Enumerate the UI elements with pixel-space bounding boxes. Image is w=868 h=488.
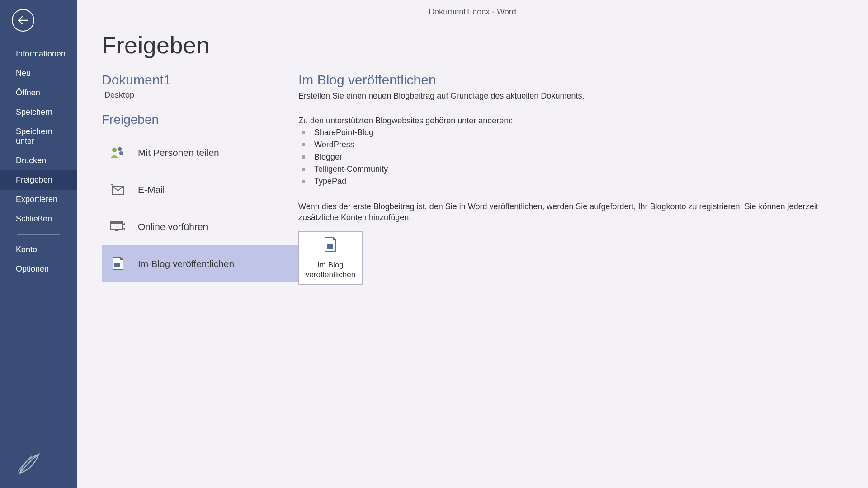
- blog-icon: [109, 255, 126, 272]
- document-title: Dokument1: [102, 72, 298, 88]
- page-title: Freigeben: [102, 32, 868, 59]
- sidebar-item-drucken[interactable]: Drucken: [0, 151, 77, 170]
- sidebar-divider: [17, 234, 60, 235]
- share-people-item[interactable]: Mit Personen teilen: [102, 134, 298, 171]
- sidebar-item-schliessen[interactable]: Schließen: [0, 209, 77, 229]
- detail-title: Im Blog veröffentlichen: [298, 72, 841, 88]
- publish-to-blog-button[interactable]: Im Blogveröffentlichen: [298, 231, 363, 285]
- people-icon: [109, 144, 126, 161]
- share-item-label: E-Mail: [138, 184, 165, 195]
- share-present-online-item[interactable]: Online vorführen: [102, 208, 298, 245]
- sidebar-item-exportieren[interactable]: Exportieren: [0, 190, 77, 209]
- backstage-sidebar: Informationen Neu Öffnen Speichern Speic…: [0, 0, 77, 488]
- share-item-label: Online vorführen: [138, 221, 208, 232]
- share-item-label: Im Blog veröffentlichen: [138, 258, 234, 269]
- sidebar-item-speichern[interactable]: Speichern: [0, 103, 77, 122]
- svg-point-1: [118, 147, 122, 151]
- present-online-icon: [109, 218, 126, 235]
- document-location: Desktop: [104, 90, 298, 100]
- share-section-title: Freigeben: [102, 113, 298, 127]
- list-item: Blogger: [302, 151, 841, 163]
- svg-rect-8: [327, 244, 333, 249]
- sidebar-item-konto[interactable]: Konto: [0, 240, 77, 259]
- button-label: Im Blogveröffentlichen: [306, 260, 355, 280]
- back-arrow-icon: [18, 16, 28, 25]
- list-item: Telligent-Community: [302, 163, 841, 175]
- share-detail-column: Im Blog veröffentlichen Erstellen Sie ei…: [298, 72, 868, 285]
- backstage-content: Dokument1.docx - Word Freigeben Dokument…: [77, 0, 868, 488]
- blog-page-icon: [323, 236, 338, 256]
- sidebar-item-neu[interactable]: Neu: [0, 64, 77, 83]
- content-columns: Dokument1 Desktop Freigeben: [102, 72, 868, 285]
- share-options-list: Mit Personen teilen E-Mail: [102, 134, 298, 282]
- detail-description: Erstellen Sie einen neuen Blogbeitrag au…: [298, 91, 841, 101]
- sidebar-nav: Informationen Neu Öffnen Speichern Speic…: [0, 44, 77, 279]
- detail-supported-label: Zu den unterstützten Blogwebsites gehöre…: [298, 116, 841, 126]
- share-left-column: Dokument1 Desktop Freigeben: [102, 72, 298, 285]
- svg-rect-6: [115, 230, 118, 231]
- share-blog-item[interactable]: Im Blog veröffentlichen: [102, 245, 298, 282]
- share-email-item[interactable]: E-Mail: [102, 171, 298, 208]
- sidebar-item-freigeben[interactable]: Freigeben: [0, 170, 77, 190]
- sidebar-item-oeffnen[interactable]: Öffnen: [0, 83, 77, 103]
- sidebar-item-informationen[interactable]: Informationen: [0, 44, 77, 64]
- svg-rect-7: [114, 263, 120, 267]
- svg-rect-5: [111, 221, 123, 224]
- email-icon: [109, 181, 126, 198]
- share-item-label: Mit Personen teilen: [138, 147, 219, 158]
- svg-point-0: [112, 148, 117, 152]
- sidebar-item-optionen[interactable]: Optionen: [0, 259, 77, 279]
- detail-note: Wenn dies der erste Blogbeitrag ist, den…: [298, 201, 841, 223]
- list-item: TypePad: [302, 175, 841, 188]
- back-button[interactable]: [12, 9, 34, 32]
- window-title: Dokument1.docx - Word: [429, 7, 516, 17]
- list-item: WordPress: [302, 139, 841, 151]
- backstage-view: Informationen Neu Öffnen Speichern Speic…: [0, 0, 868, 488]
- svg-point-2: [119, 151, 123, 155]
- supported-sites-list: SharePoint-Blog WordPress Blogger Tellig…: [302, 127, 841, 188]
- list-item: SharePoint-Blog: [302, 127, 841, 139]
- app-brand-icon: [15, 451, 42, 480]
- sidebar-item-speichern-unter[interactable]: Speichern unter: [0, 122, 77, 151]
